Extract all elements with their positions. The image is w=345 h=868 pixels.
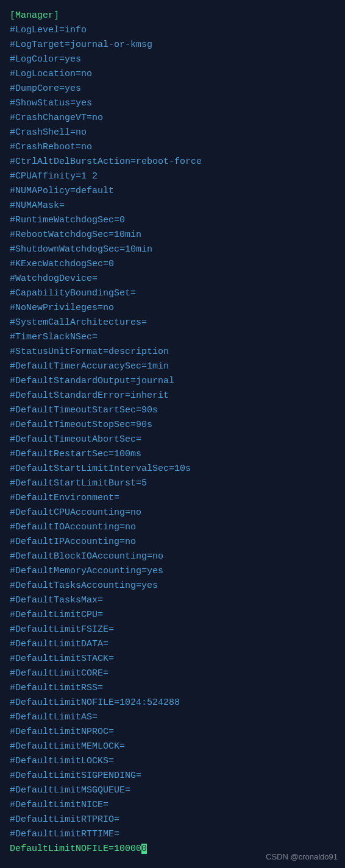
watermark: CSDN @cronaldo91 bbox=[266, 850, 338, 864]
config-line: #DefaultLimitCORE= bbox=[10, 666, 335, 681]
config-line: #DefaultStartLimitBurst=5 bbox=[10, 476, 335, 491]
config-line: #DefaultIOAccounting=no bbox=[10, 520, 335, 535]
config-line: #DefaultLimitRSS= bbox=[10, 681, 335, 696]
config-line: #NoNewPrivileges=no bbox=[10, 301, 335, 316]
config-line: #DefaultTasksAccounting=yes bbox=[10, 579, 335, 593]
config-line: #ShowStatus=yes bbox=[10, 96, 335, 111]
config-line: #DefaultLimitNICE= bbox=[10, 798, 335, 813]
config-line: #TimerSlackNSec= bbox=[10, 330, 335, 345]
config-line: #DefaultLimitSTACK= bbox=[10, 652, 335, 666]
config-line: #DefaultStandardOutput=journal bbox=[10, 374, 335, 389]
config-line: #DefaultLimitNPROC= bbox=[10, 725, 335, 739]
config-line: #DefaultLimitRTTIME= bbox=[10, 827, 335, 842]
config-line: #DefaultStartLimitIntervalSec=10s bbox=[10, 462, 335, 476]
config-line: #DefaultTimerAccuracySec=1min bbox=[10, 359, 335, 374]
config-line: #DefaultTimeoutStartSec=90s bbox=[10, 403, 335, 418]
config-line: #CrashChangeVT=no bbox=[10, 111, 335, 125]
section-header: [Manager] bbox=[10, 9, 335, 23]
config-line: #CrashReboot=no bbox=[10, 140, 335, 155]
config-line: #LogLevel=info bbox=[10, 23, 335, 38]
config-line: #DefaultMemoryAccounting=yes bbox=[10, 564, 335, 579]
config-line: #WatchdogDevice= bbox=[10, 272, 335, 286]
config-line: #DefaultLimitLOCKS= bbox=[10, 754, 335, 769]
config-line: #DefaultLimitAS= bbox=[10, 710, 335, 725]
config-line: #DefaultCPUAccounting=no bbox=[10, 506, 335, 520]
config-line: #CtrlAltDelBurstAction=reboot-force bbox=[10, 155, 335, 169]
config-line: #DefaultTimeoutStopSec=90s bbox=[10, 418, 335, 432]
config-line: #DefaultLimitCPU= bbox=[10, 608, 335, 623]
config-line: #RuntimeWatchdogSec=0 bbox=[10, 213, 335, 228]
config-line: #StatusUnitFormat=description bbox=[10, 345, 335, 359]
config-line: #DefaultLimitRTPRIO= bbox=[10, 813, 335, 827]
config-line: #DefaultLimitNOFILE=1024:524288 bbox=[10, 696, 335, 710]
config-line: #LogLocation=no bbox=[10, 67, 335, 82]
terminal-output[interactable]: [Manager] #LogLevel=info#LogTarget=journ… bbox=[10, 9, 335, 856]
config-line: #DefaultLimitMEMLOCK= bbox=[10, 739, 335, 754]
config-line: #DefaultLimitSIGPENDING= bbox=[10, 769, 335, 783]
config-line: #DefaultBlockIOAccounting=no bbox=[10, 549, 335, 564]
config-line: #RebootWatchdogSec=10min bbox=[10, 228, 335, 242]
config-lines-container: #LogLevel=info#LogTarget=journal-or-kmsg… bbox=[10, 23, 335, 842]
config-line: #DefaultLimitMSGQUEUE= bbox=[10, 783, 335, 798]
config-line: #DefaultRestartSec=100ms bbox=[10, 447, 335, 462]
active-line-prefix: DefaultLimitNOFILE=10000 bbox=[10, 844, 141, 854]
config-line: #CrashShell=no bbox=[10, 125, 335, 140]
config-line: #NUMAMask= bbox=[10, 199, 335, 213]
config-line: #NUMAPolicy=default bbox=[10, 184, 335, 199]
config-line: #ShutdownWatchdogSec=10min bbox=[10, 242, 335, 257]
config-line: #SystemCallArchitectures= bbox=[10, 316, 335, 330]
config-line: #DefaultEnvironment= bbox=[10, 491, 335, 506]
config-line: #DefaultIPAccounting=no bbox=[10, 535, 335, 549]
config-line: #DefaultTimeoutAbortSec= bbox=[10, 432, 335, 447]
config-line: #LogColor=yes bbox=[10, 52, 335, 67]
config-line: #LogTarget=journal-or-kmsg bbox=[10, 38, 335, 52]
cursor: 0 bbox=[141, 844, 147, 854]
config-line: #KExecWatchdogSec=0 bbox=[10, 257, 335, 272]
config-line: #DefaultStandardError=inherit bbox=[10, 389, 335, 403]
config-line: #CapabilityBoundingSet= bbox=[10, 286, 335, 301]
config-line: #DefaultLimitDATA= bbox=[10, 637, 335, 652]
config-line: #CPUAffinity=1 2 bbox=[10, 169, 335, 184]
config-line: #DefaultLimitFSIZE= bbox=[10, 623, 335, 637]
config-line: #DumpCore=yes bbox=[10, 82, 335, 96]
config-line: #DefaultTasksMax= bbox=[10, 593, 335, 608]
